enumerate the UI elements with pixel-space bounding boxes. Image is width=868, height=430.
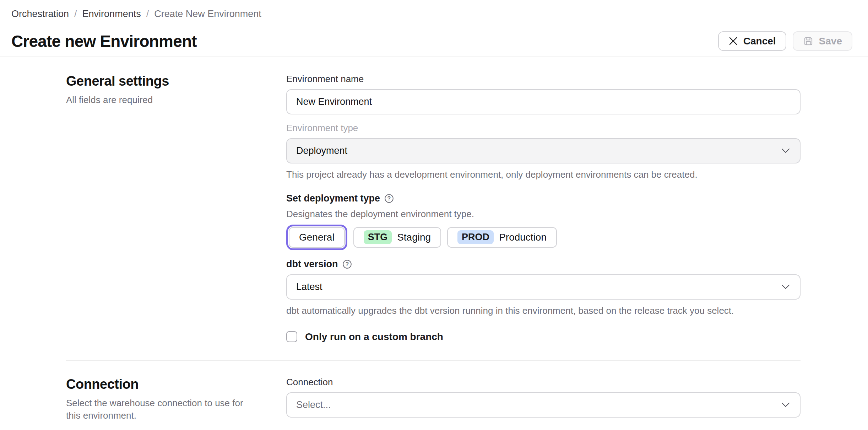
deployment-type-label: Set deployment type <box>286 193 380 204</box>
dbt-version-help: dbt automatically upgrades the dbt versi… <box>286 305 801 317</box>
environment-type-label: Environment type <box>286 123 801 134</box>
connection-select-placeholder: Select... <box>296 399 331 410</box>
close-icon <box>728 36 738 46</box>
svg-text:?: ? <box>387 195 391 201</box>
deployment-type-description: Designates the deployment environment ty… <box>286 209 801 220</box>
page-title: Create new Environment <box>11 32 197 51</box>
general-settings-heading: General settings <box>66 74 286 89</box>
custom-branch-checkbox-row[interactable]: Only run on a custom branch <box>286 331 801 343</box>
save-button[interactable]: Save <box>793 31 852 51</box>
svg-text:?: ? <box>345 261 349 267</box>
deployment-option-staging[interactable]: STG Staging <box>353 227 441 248</box>
staging-badge: STG <box>364 230 392 244</box>
deployment-option-general[interactable]: General <box>289 227 345 248</box>
save-button-label: Save <box>819 36 842 47</box>
connection-field-label: Connection <box>286 377 801 388</box>
breadcrumb-separator: / <box>146 9 149 19</box>
environment-name-input[interactable] <box>286 89 801 114</box>
custom-branch-label: Only run on a custom branch <box>305 331 443 343</box>
breadcrumb: Orchestration / Environments / Create Ne… <box>11 9 852 19</box>
header-actions: Cancel Save <box>718 31 852 51</box>
deployment-option-staging-label: Staging <box>397 232 431 243</box>
connection-select[interactable]: Select... <box>286 392 801 418</box>
general-settings-section: General settings All fields are required… <box>0 74 868 343</box>
connection-subheading: Select the warehouse connection to use f… <box>66 397 260 423</box>
deployment-type-label-row: Set deployment type ? <box>286 193 801 204</box>
deployment-option-production[interactable]: PROD Production <box>447 227 557 248</box>
custom-branch-checkbox[interactable] <box>286 331 297 342</box>
breadcrumb-orchestration[interactable]: Orchestration <box>11 9 69 19</box>
breadcrumb-current-page: Create New Environment <box>154 9 261 19</box>
help-circle-icon[interactable]: ? <box>342 259 352 269</box>
save-disk-icon <box>803 36 814 47</box>
dbt-version-label-row: dbt version ? <box>286 259 801 270</box>
production-badge: PROD <box>457 230 494 244</box>
dbt-version-select[interactable]: Latest <box>286 274 801 300</box>
environment-type-help: This project already has a development e… <box>286 169 801 181</box>
environment-type-select[interactable]: Deployment <box>286 138 801 163</box>
deployment-option-production-label: Production <box>499 232 547 243</box>
chevron-down-icon <box>781 284 790 290</box>
section-divider <box>66 360 801 361</box>
cancel-button[interactable]: Cancel <box>718 31 786 51</box>
dbt-version-label: dbt version <box>286 259 338 270</box>
breadcrumb-environments[interactable]: Environments <box>82 9 141 19</box>
connection-form: Connection Select... <box>286 377 801 423</box>
dbt-version-value: Latest <box>296 281 322 292</box>
connection-section: Connection Select the warehouse connecti… <box>0 377 868 423</box>
deployment-option-general-selected-ring: General <box>286 225 347 250</box>
connection-head: Connection Select the warehouse connecti… <box>66 377 286 423</box>
general-settings-subheading: All fields are required <box>66 94 260 107</box>
help-circle-icon[interactable]: ? <box>384 194 394 203</box>
deployment-type-options: General STG Staging PROD Production <box>286 225 801 250</box>
deployment-option-general-label: General <box>299 232 335 243</box>
cancel-button-label: Cancel <box>743 36 776 47</box>
page-header: Orchestration / Environments / Create Ne… <box>0 0 868 57</box>
general-settings-form: Environment name Environment type Deploy… <box>286 74 801 343</box>
environment-type-value: Deployment <box>296 145 347 156</box>
chevron-down-icon <box>781 402 790 408</box>
general-settings-head: General settings All fields are required <box>66 74 286 343</box>
connection-heading: Connection <box>66 377 286 392</box>
chevron-down-icon <box>781 148 790 154</box>
breadcrumb-separator: / <box>74 9 77 19</box>
environment-name-label: Environment name <box>286 74 801 85</box>
